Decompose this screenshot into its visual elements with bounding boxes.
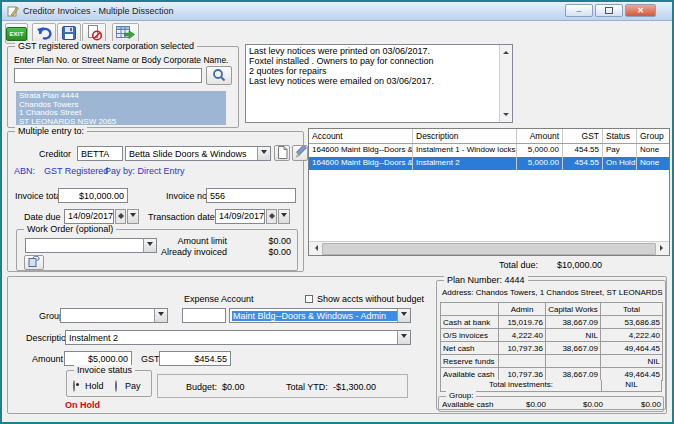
expense-code-input[interactable]: [182, 308, 226, 323]
hold-radio-label: Hold: [85, 381, 104, 391]
col-account[interactable]: Account: [309, 129, 413, 143]
expense-account-value: Maint Bldg--Doors & Windows - Admin: [232, 311, 397, 321]
cell-status: Pay: [603, 144, 637, 157]
cell-gst: 454.55: [563, 157, 603, 170]
grid-row-2-selected[interactable]: 164600 Maint Bldg--Doors & ... Instalmen…: [309, 157, 669, 170]
admin-value: 4,222.40: [499, 329, 546, 342]
group-select[interactable]: [60, 308, 168, 323]
row-label: Cash at bank: [441, 316, 499, 329]
cell-status: On Hold: [603, 157, 637, 170]
date-due-spinner[interactable]: [115, 209, 126, 224]
creditor-name-value: Betta Slide Doors & Windows: [129, 149, 256, 159]
col-status[interactable]: Status: [603, 129, 637, 143]
new-creditor-button[interactable]: [274, 145, 290, 161]
notes-scrollbar[interactable]: [499, 45, 512, 122]
transaction-date-field[interactable]: 14/09/2017: [215, 209, 265, 224]
capital-value: 38,667.09: [546, 368, 601, 381]
work-order-report-button[interactable]: [24, 255, 44, 270]
grid-header-row: Account Description Amount GST Status Gr…: [309, 129, 669, 144]
creditor-select[interactable]: Betta Slide Doors & Windows: [125, 146, 271, 161]
col-amount[interactable]: Amount: [517, 129, 563, 143]
pay-radio[interactable]: [115, 380, 117, 392]
multiple-entry-box: Multiple entry to: Creditor Betta Slide …: [7, 131, 304, 272]
scrollbar-thumb[interactable]: [322, 243, 656, 255]
scroll-left-icon[interactable]: [309, 242, 321, 254]
total-ytd-value: -$1,300.00: [333, 382, 376, 392]
hold-radio[interactable]: [73, 380, 75, 392]
capital-value: 38,667.09: [546, 342, 601, 355]
date-due-field[interactable]: 14/09/2017: [64, 209, 114, 224]
pay-radio-label: Pay: [125, 381, 141, 391]
edit-creditor-button[interactable]: [292, 145, 308, 161]
maximize-button[interactable]: [595, 4, 623, 17]
plan-search-input[interactable]: [14, 68, 202, 83]
row-label: Reserve funds: [441, 355, 499, 368]
amount-input[interactable]: [64, 351, 132, 366]
chevron-down-icon[interactable]: [397, 309, 410, 322]
show-accts-label: Show accts without budget: [317, 294, 424, 304]
plan-search-button[interactable]: [206, 66, 232, 85]
minimize-button[interactable]: –: [565, 4, 593, 17]
grid-horizontal-scrollbar[interactable]: [309, 241, 669, 255]
invoice-total-input[interactable]: [58, 188, 128, 203]
amount-limit-label: Amount limit: [127, 236, 227, 246]
creditor-label: Creditor: [39, 149, 71, 159]
group-available-cash-label: Available cash: [442, 400, 493, 409]
transaction-date-label: Transaction date: [148, 212, 215, 222]
capital-value: NIL: [546, 329, 601, 342]
chevron-down-icon[interactable]: [397, 331, 410, 344]
date-due-calendar-dropdown[interactable]: [127, 209, 139, 224]
col-gst[interactable]: GST: [563, 129, 603, 143]
group-funds-box: Group: Available cash $0.00 $0.00 $0.00: [438, 396, 664, 412]
table-row: Cash at bank 15,019.76 38,667.09 53,686.…: [441, 316, 663, 329]
table-header: Admin Capital Works Total: [441, 303, 663, 316]
col-group[interactable]: Group: [637, 129, 669, 143]
selected-plan-list[interactable]: Strata Plan 4444 Chandos Towers 1 Chando…: [16, 91, 226, 125]
description-select[interactable]: Instalment 2: [65, 330, 411, 345]
invoice-no-label: Invoice no.: [166, 191, 210, 201]
show-accts-checkbox[interactable]: [305, 295, 313, 303]
grid-row-1[interactable]: 164600 Maint Bldg--Doors & ... Instalmen…: [309, 144, 669, 157]
scroll-up-icon[interactable]: [500, 45, 512, 57]
close-icon: ✕: [637, 6, 644, 15]
total-value: 53,686.85: [601, 316, 663, 329]
transaction-date-calendar-dropdown[interactable]: [278, 209, 290, 224]
exit-icon: EXIT: [6, 27, 26, 41]
total-investments-value: NIL: [602, 380, 661, 391]
plan-address: Address: Chandos Towers, 1 Chandos Stree…: [442, 288, 663, 297]
gst-input[interactable]: [159, 351, 231, 366]
gst-label: GST: [141, 354, 160, 364]
abn-label: ABN:: [14, 166, 35, 176]
cell-account: 164600 Maint Bldg--Doors & ...: [309, 157, 413, 170]
app-icon: [7, 5, 19, 19]
row-label: Net cash: [441, 342, 499, 355]
amount-label: Amount: [32, 354, 63, 364]
creditor-invoices-window: Creditor Invoices - Multiple Dissection …: [0, 0, 674, 424]
cell-account: 164600 Maint Bldg--Doors & ...: [309, 144, 413, 157]
chevron-down-icon[interactable]: [257, 147, 270, 160]
scroll-right-icon[interactable]: [657, 242, 669, 254]
work-order-box: Work Order (optional) Amount limit $0.00…: [16, 229, 298, 271]
expense-account-label: Expense Account: [184, 294, 254, 304]
chevron-down-icon[interactable]: [154, 309, 167, 322]
plan-notes-box[interactable]: Last levy notices were printed on 03/06/…: [245, 44, 513, 123]
invoice-no-input[interactable]: [206, 188, 296, 203]
col-description[interactable]: Description: [413, 129, 517, 143]
ledger-icon: [28, 256, 41, 269]
budget-box: Budget: $0.00 Total YTD: -$1,300.00: [157, 374, 408, 398]
close-button[interactable]: ✕: [625, 4, 656, 17]
transaction-date-spinner[interactable]: [266, 209, 277, 224]
budget-label: Budget:: [186, 382, 217, 392]
total-value: NIL: [601, 355, 663, 368]
total-due-label: Total due:: [488, 260, 538, 270]
invoice-status-title: Invoice status: [74, 365, 135, 375]
col-blank: [441, 303, 499, 316]
plan-line-4: ST LEONARDS NSW 2065: [19, 118, 223, 126]
creditor-code-input[interactable]: [77, 146, 123, 161]
delete-icon: [87, 25, 102, 43]
amount-limit-value: $0.00: [247, 236, 291, 246]
expense-account-select[interactable]: Maint Bldg--Doors & Windows - Admin: [229, 308, 411, 323]
scroll-down-icon[interactable]: [500, 110, 512, 122]
cell-description: Instalment 1 - Window locks: [413, 144, 517, 157]
already-invoiced-label: Already invoiced: [127, 247, 227, 257]
